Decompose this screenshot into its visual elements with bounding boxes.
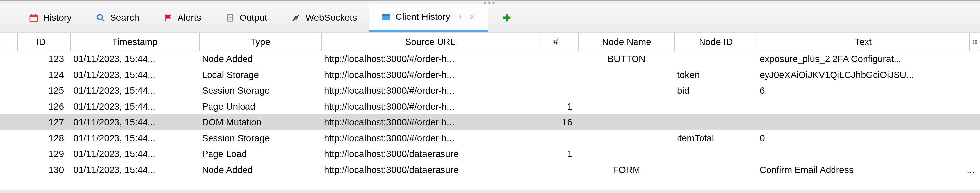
corner-spacer (0, 33, 18, 51)
tab-history[interactable]: History (16, 4, 83, 32)
cell-count: 1 (539, 149, 579, 160)
cell-node-id: token (675, 70, 757, 80)
table-row[interactable]: 12601/11/2023, 15:44...Page Unloadhttp:/… (0, 99, 980, 115)
tab-websockets[interactable]: WebSockets (279, 4, 369, 32)
pin-icon[interactable] (457, 13, 464, 21)
panel-grip[interactable]: ●●● (0, 0, 980, 4)
svg-rect-3 (35, 14, 36, 16)
cell-timestamp: 01/11/2023, 15:44... (71, 164, 199, 175)
tab-bar: History Search Alerts Output WebSockets (0, 4, 980, 32)
panel-root: ●●● History Search Alerts Output (0, 0, 980, 193)
col-id[interactable]: ID (18, 33, 71, 51)
cell-url: http://localhost:3000/dataerasure (321, 164, 539, 175)
cell-id: 128 (18, 133, 71, 144)
svg-line-5 (102, 19, 105, 22)
col-timestamp[interactable]: Timestamp (71, 33, 199, 51)
cell-type: Node Added (199, 164, 321, 175)
cell-id: 124 (18, 70, 71, 80)
cell-timestamp: 01/11/2023, 15:44... (71, 85, 199, 96)
cell-id: 130 (18, 164, 71, 175)
cell-text: 6 (757, 85, 961, 96)
cell-type: Session Storage (199, 85, 321, 96)
tab-label: WebSockets (305, 13, 357, 23)
cell-overflow: ... (961, 164, 980, 175)
tab-alerts[interactable]: Alerts (151, 4, 213, 32)
cell-node-id: itemTotal (675, 133, 757, 144)
table-header: ID Timestamp Type Source URL # Node Name… (0, 33, 980, 51)
cell-timestamp: 01/11/2023, 15:44... (71, 54, 199, 64)
svg-rect-18 (973, 40, 974, 41)
cell-id: 129 (18, 149, 71, 160)
svg-rect-2 (31, 14, 32, 16)
table-row[interactable]: 12701/11/2023, 15:44...DOM Mutationhttp:… (0, 115, 980, 130)
svg-rect-19 (975, 40, 977, 41)
cell-id: 127 (18, 117, 71, 128)
cell-url: http://localhost:3000/#/order-h... (321, 54, 539, 64)
column-config-button[interactable] (969, 33, 980, 51)
tab-search[interactable]: Search (83, 4, 151, 32)
add-tab-button[interactable] (488, 4, 526, 32)
col-source-url[interactable]: Source URL (321, 33, 539, 51)
cell-id: 125 (18, 85, 71, 96)
table-row[interactable]: 12901/11/2023, 15:44...Page Loadhttp://l… (0, 146, 980, 162)
calendar-icon (29, 13, 39, 23)
col-node-name[interactable]: Node Name (579, 33, 675, 51)
col-count[interactable]: # (539, 33, 579, 51)
svg-point-4 (97, 14, 102, 19)
table-row[interactable]: 12301/11/2023, 15:44...Node Addedhttp://… (0, 51, 980, 67)
cell-url: http://localhost:3000/#/order-h... (321, 133, 539, 144)
table-row[interactable]: 12801/11/2023, 15:44...Session Storageht… (0, 130, 980, 146)
plug-icon (291, 13, 301, 23)
cell-count: 1 (539, 101, 579, 112)
cell-url: http://localhost:3000/#/order-h... (321, 117, 539, 128)
svg-rect-20 (973, 43, 974, 44)
cell-text: Confirm Email Address (757, 164, 961, 175)
table-row[interactable]: 12401/11/2023, 15:44...Local Storagehttp… (0, 67, 980, 83)
cell-type: Local Storage (199, 70, 321, 80)
cell-node-id: bid (675, 85, 757, 96)
cell-timestamp: 01/11/2023, 15:44... (71, 117, 199, 128)
search-icon (95, 13, 106, 23)
cell-timestamp: 01/11/2023, 15:44... (71, 149, 199, 160)
col-text[interactable]: Text (757, 33, 969, 51)
document-icon (225, 13, 235, 23)
plus-icon (501, 12, 512, 24)
tab-label: History (43, 13, 72, 23)
table-body[interactable]: 12301/11/2023, 15:44...Node Addedhttp://… (0, 51, 980, 190)
cell-timestamp: 01/11/2023, 15:44... (71, 133, 199, 144)
client-history-table: ID Timestamp Type Source URL # Node Name… (0, 32, 980, 190)
cell-timestamp: 01/11/2023, 15:44... (71, 70, 199, 80)
cell-url: http://localhost:3000/dataerasure (321, 149, 539, 160)
cell-timestamp: 01/11/2023, 15:44... (71, 101, 199, 112)
cell-node-name: FORM (579, 164, 675, 175)
cell-type: Page Load (199, 149, 321, 160)
cell-type: DOM Mutation (199, 117, 321, 128)
tab-label: Client History (395, 11, 450, 22)
cell-url: http://localhost:3000/#/order-h... (321, 101, 539, 112)
col-node-id[interactable]: Node ID (675, 33, 757, 51)
tab-label: Output (239, 13, 267, 23)
cell-text: eyJ0eXAiOiJKV1QiLCJhbGciOiJSU... (757, 70, 961, 80)
close-icon[interactable] (468, 13, 476, 21)
cell-count: 16 (539, 117, 579, 128)
cell-id: 123 (18, 54, 71, 64)
bottom-resize-bar[interactable] (0, 190, 980, 193)
tab-label: Search (110, 13, 139, 23)
window-icon (381, 11, 391, 22)
tab-client-history[interactable]: Client History (369, 4, 488, 32)
table-row[interactable]: 13001/11/2023, 15:44...Node Addedhttp://… (0, 162, 980, 178)
flag-icon (163, 13, 173, 23)
table-row[interactable]: 12501/11/2023, 15:44...Session Storageht… (0, 83, 980, 99)
cell-text: exposure_plus_2 2FA Configurat... (757, 54, 961, 64)
tab-label: Alerts (178, 13, 201, 23)
cell-id: 126 (18, 101, 71, 112)
cell-text: 0 (757, 133, 961, 144)
svg-rect-21 (975, 43, 977, 44)
cell-url: http://localhost:3000/#/order-h... (321, 70, 539, 80)
svg-rect-13 (382, 14, 390, 16)
col-type[interactable]: Type (199, 33, 321, 51)
cell-type: Page Unload (199, 101, 321, 112)
cell-type: Session Storage (199, 133, 321, 144)
cell-node-name: BUTTON (579, 54, 675, 64)
tab-output[interactable]: Output (213, 4, 279, 32)
